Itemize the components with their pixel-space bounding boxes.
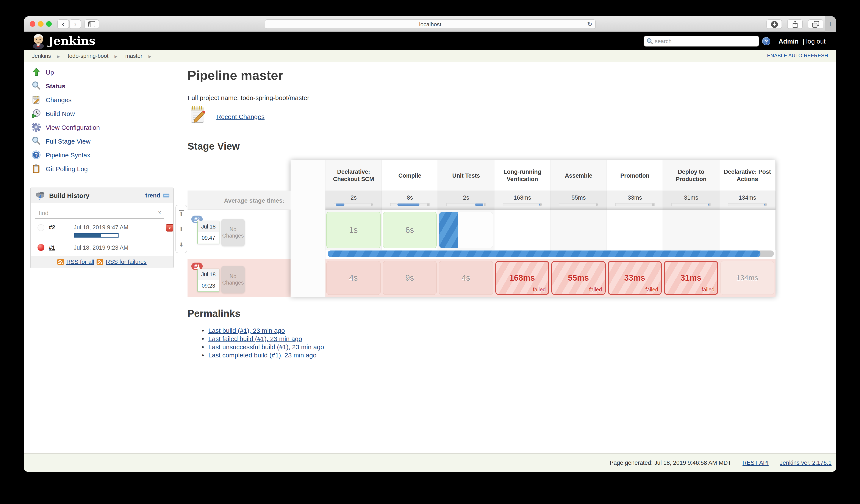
- new-tab-button[interactable]: +: [825, 16, 836, 32]
- back-button[interactable]: ‹: [57, 19, 69, 29]
- search-help-icon[interactable]: ?: [762, 37, 770, 45]
- rss-for-all-link[interactable]: RSS for all: [67, 259, 94, 265]
- build-status-ball-in-progress: [38, 224, 44, 231]
- stage-cell-not-failed[interactable]: 134ms: [720, 261, 774, 295]
- downloads-button[interactable]: [766, 19, 782, 29]
- jenkins-logo-text[interactable]: Jenkins: [48, 34, 95, 47]
- permalink-link[interactable]: Last build (#1), 23 min ago: [209, 327, 285, 334]
- stage-cell-failed[interactable]: 31msfailed: [664, 261, 718, 295]
- sidebar-icon: [88, 21, 95, 27]
- page-down-icon[interactable]: ⬇: [179, 242, 184, 248]
- minibar-segment: [398, 203, 420, 206]
- breadcrumb-item-todo-spring-boot[interactable]: todo-spring-boot: [68, 53, 109, 59]
- failed-label: failed: [702, 287, 715, 293]
- pipeline-progress-fill: [328, 250, 760, 257]
- sidebar-toggle-button[interactable]: [85, 19, 99, 29]
- search-input[interactable]: [655, 38, 756, 44]
- build-progress-bar[interactable]: [74, 233, 118, 237]
- stage-header-1: Declarative: Checkout SCM: [326, 160, 382, 190]
- tab-overview-button[interactable]: [808, 19, 823, 29]
- stage-cell-failed[interactable]: 33msfailed: [607, 261, 662, 295]
- abort-build-button[interactable]: x: [166, 224, 173, 231]
- stage-avg-value: 134ms: [739, 195, 756, 201]
- sidebar-item-up[interactable]: Up: [31, 66, 169, 78]
- stage-avg-value: 33ms: [628, 195, 642, 201]
- sidebar-item-label: Changes: [46, 96, 72, 103]
- stage-avg-minibar: [728, 203, 767, 206]
- enable-auto-refresh-link[interactable]: ENABLE AUTO REFRESH: [767, 53, 828, 58]
- build-date-cell[interactable]: Jul 1809:47: [198, 221, 219, 244]
- build-history-find-input[interactable]: [35, 207, 164, 219]
- page-up-icon[interactable]: ⬆: [179, 226, 184, 232]
- sidebar-item-view-configuration[interactable]: View Configuration: [31, 121, 169, 134]
- search-icon: [647, 38, 653, 44]
- sidebar-item-git-polling-log[interactable]: Git Polling Log: [31, 162, 169, 175]
- logout-link[interactable]: | log out: [803, 38, 826, 45]
- stage-avg-value: 55ms: [571, 195, 586, 201]
- trend-link[interactable]: trend: [145, 192, 160, 199]
- failed-label: failed: [645, 287, 658, 293]
- breadcrumb-item-jenkins[interactable]: Jenkins: [32, 53, 51, 59]
- close-window-button[interactable]: [30, 21, 35, 27]
- build-time: 09:47: [198, 232, 219, 244]
- stage-avg-value: 2s: [463, 195, 469, 201]
- stage-cell-success-in-failed-build[interactable]: 4s: [439, 261, 493, 295]
- rest-api-link[interactable]: REST API: [743, 459, 769, 466]
- recent-changes-link[interactable]: Recent Changes: [216, 113, 265, 120]
- pipeline-progress-bar: [328, 250, 774, 257]
- bullet: •: [202, 351, 204, 359]
- find-clear-button[interactable]: x: [158, 209, 161, 216]
- breadcrumb-item-master[interactable]: master: [125, 53, 142, 59]
- header-search-box[interactable]: [644, 36, 759, 46]
- stage-avg-5: 55ms: [550, 190, 607, 210]
- stage-cell-failed[interactable]: 168msfailed: [495, 261, 549, 295]
- breadcrumb-separator-icon: ▶: [57, 54, 60, 59]
- stage-avg-value: 31ms: [684, 195, 698, 201]
- page-generated-text: Page generated: Jul 18, 2019 9:46:58 AM …: [610, 459, 731, 466]
- bullet: •: [202, 335, 204, 342]
- rss-for-failures-link[interactable]: RSS for failures: [106, 259, 146, 265]
- permalink-item: •Last unsuccessful build (#1), 23 min ag…: [202, 343, 324, 350]
- recent-changes-notepad-icon[interactable]: [189, 105, 206, 123]
- minimize-window-button[interactable]: [38, 21, 44, 27]
- permalink-link[interactable]: Last completed build (#1), 23 min ago: [209, 351, 317, 359]
- stage-cell-success[interactable]: 1s: [326, 212, 381, 248]
- share-button[interactable]: [787, 19, 803, 29]
- sidebar-item-status[interactable]: Status: [31, 79, 169, 92]
- minibar-end-cap: [596, 203, 598, 206]
- stage-cell-success-in-failed-build[interactable]: 9s: [383, 261, 437, 295]
- address-bar[interactable]: localhost ↻: [265, 19, 596, 29]
- build-history-row: #1Jul 18, 2019 9:23 AM: [31, 243, 173, 254]
- user-menu[interactable]: Admin: [778, 38, 799, 45]
- trend-chart-icon[interactable]: [163, 193, 169, 197]
- minibar-segment: [475, 203, 483, 206]
- build-date-cell[interactable]: Jul 1809:23: [198, 269, 219, 292]
- jenkins-version-link[interactable]: Jenkins ver. 2.176.1: [780, 459, 832, 466]
- stage-avg-minibar: [559, 203, 599, 206]
- build-link[interactable]: #1: [49, 244, 55, 251]
- sidebar-item-full-stage-view[interactable]: Full Stage View: [31, 134, 169, 147]
- stage-cell-running[interactable]: [439, 212, 493, 248]
- stage-cell-success-in-failed-build[interactable]: 4s: [326, 261, 381, 295]
- stage-cell-failed[interactable]: 55msfailed: [551, 261, 605, 295]
- gear-icon: [31, 122, 41, 132]
- no-changes-cell: No Changes: [221, 219, 245, 246]
- zoom-window-button[interactable]: [46, 21, 52, 27]
- jenkins-butler-avatar[interactable]: [31, 33, 46, 49]
- stage-header-8: Declarative: Post Actions: [719, 160, 775, 190]
- permalink-link[interactable]: Last unsuccessful build (#1), 23 min ago: [209, 343, 324, 350]
- permalink-item: •Last build (#1), 23 min ago: [202, 327, 285, 334]
- stage-cell-success[interactable]: 6s: [383, 212, 437, 248]
- sidebar-item-build-now[interactable]: Build Now: [31, 107, 169, 120]
- stage-avg-6: 33ms: [607, 190, 663, 210]
- breadcrumb-separator-icon: ▶: [114, 54, 117, 59]
- rss-icon: [57, 259, 64, 265]
- forward-button[interactable]: ›: [69, 19, 81, 29]
- sidebar-item-pipeline-syntax[interactable]: ?Pipeline Syntax: [31, 148, 169, 161]
- permalink-link[interactable]: Last failed build (#1), 23 min ago: [209, 335, 302, 342]
- sidebar-item-label: Pipeline Syntax: [46, 151, 90, 158]
- sidebar-item-changes[interactable]: Changes: [31, 93, 169, 106]
- scroll-to-top-icon[interactable]: ⬆: [179, 210, 184, 217]
- build-link[interactable]: #2: [49, 224, 55, 231]
- reload-icon[interactable]: ↻: [587, 21, 592, 28]
